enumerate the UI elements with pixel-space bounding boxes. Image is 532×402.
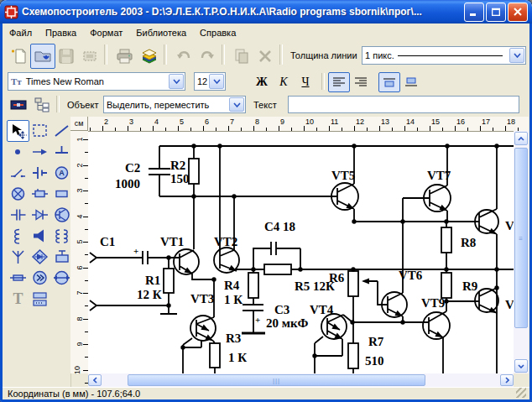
- tool-lamp[interactable]: [7, 183, 29, 205]
- line-width-dropdown-button[interactable]: [509, 48, 524, 63]
- tool-component-list[interactable]: [29, 288, 51, 310]
- copy-button[interactable]: [229, 44, 254, 69]
- tool-arrow[interactable]: [29, 141, 51, 163]
- resistor-icon: [53, 185, 70, 202]
- resistor-leads-icon: [31, 185, 49, 202]
- ruler-number: 1: [75, 137, 83, 141]
- font-family-dropdown-button[interactable]: [169, 74, 184, 89]
- tool-select-area[interactable]: [29, 120, 51, 142]
- tool-junction[interactable]: [7, 141, 29, 163]
- undo-button[interactable]: [171, 44, 196, 69]
- text-below-button[interactable]: [400, 72, 422, 92]
- help-book-button[interactable]: [137, 44, 162, 69]
- tool-diode-bridge[interactable]: [29, 246, 51, 268]
- tool-select-move[interactable]: [7, 120, 29, 142]
- text-input[interactable]: [288, 96, 519, 113]
- ruler-number: 5: [180, 117, 184, 126]
- component-label: R4: [224, 279, 240, 292]
- tool-battery[interactable]: [29, 162, 51, 184]
- ruler-number: 13: [381, 117, 389, 126]
- minimize-button[interactable]: [464, 3, 484, 22]
- scroll-left-button[interactable]: [88, 374, 102, 386]
- menu-item-2[interactable]: Правка: [39, 25, 83, 40]
- scroll-down-button[interactable]: [514, 359, 528, 373]
- tool-diode[interactable]: [29, 204, 51, 226]
- component-label: R8: [461, 236, 476, 249]
- tool-ammeter[interactable]: A: [50, 162, 73, 184]
- text-above-button[interactable]: [378, 72, 400, 92]
- bold-button[interactable]: Ж: [251, 72, 273, 92]
- font-size-select[interactable]: 12: [194, 72, 226, 91]
- delete-button[interactable]: [253, 44, 278, 69]
- font-size-dropdown-button[interactable]: [209, 74, 224, 89]
- tool-switch[interactable]: [7, 162, 29, 184]
- close-button[interactable]: [508, 3, 528, 22]
- button-editor-button[interactable]: [8, 95, 29, 115]
- ruler-number: 2: [104, 117, 108, 126]
- line-width-select[interactable]: 1 пикс.: [362, 46, 526, 65]
- object-mode-value: Выделить, переместить: [107, 100, 209, 110]
- italic-button[interactable]: К: [273, 72, 295, 92]
- ruler-number: 10: [305, 117, 314, 126]
- vertical-scroll-thumb[interactable]: ≡: [514, 148, 528, 328]
- align-right-button[interactable]: [350, 72, 372, 92]
- align-left-button[interactable]: [328, 72, 350, 92]
- new-file-icon: [11, 48, 28, 65]
- component-label: VT2: [214, 235, 237, 248]
- menu-item-4[interactable]: Библиотека: [129, 25, 193, 40]
- svg-text:A: A: [59, 169, 65, 177]
- tool-fuse[interactable]: [7, 267, 29, 289]
- tool-ground[interactable]: [50, 141, 73, 163]
- tool-line[interactable]: [50, 120, 73, 142]
- underline-button[interactable]: Ч: [295, 72, 316, 92]
- component-label: VT5: [331, 169, 355, 182]
- open-file-button[interactable]: [30, 44, 55, 69]
- horizontal-scrollbar[interactable]: |||: [88, 373, 514, 387]
- tool-transistor[interactable]: [50, 204, 73, 226]
- ruler-number: 14: [406, 117, 415, 126]
- tool-resistor[interactable]: [50, 183, 73, 205]
- tool-transformer[interactable]: [50, 225, 73, 247]
- new-file-button[interactable]: [7, 44, 32, 69]
- tool-connector-bidir[interactable]: [50, 267, 73, 289]
- tool-capacitor[interactable]: [7, 204, 29, 226]
- vertical-scrollbar[interactable]: ≡: [514, 131, 529, 373]
- tool-relay[interactable]: [50, 246, 73, 268]
- tool-text[interactable]: T: [7, 288, 29, 310]
- maximize-icon: [492, 8, 500, 16]
- diode-bridge-icon: [31, 248, 49, 265]
- object-mode-dropdown-button[interactable]: [229, 97, 244, 112]
- menu-item-1[interactable]: Файл: [3, 25, 39, 40]
- object-mode-select[interactable]: Выделить, переместить: [103, 96, 246, 113]
- redo-button[interactable]: [195, 44, 220, 69]
- maximize-button[interactable]: [486, 3, 506, 22]
- diode-icon: [31, 206, 49, 223]
- arrow-right-icon: [505, 377, 509, 384]
- scroll-right-button[interactable]: [500, 374, 514, 386]
- ground-icon: [53, 144, 70, 160]
- chevron-down-icon: [514, 53, 521, 58]
- tool-antenna[interactable]: [7, 246, 29, 268]
- text-below-icon: [404, 77, 418, 87]
- resize-grip[interactable]: [516, 388, 526, 398]
- component-label: 1000: [115, 177, 140, 191]
- tool-inductor[interactable]: [7, 225, 29, 247]
- tool-speaker[interactable]: [29, 225, 51, 247]
- scroll-up-button[interactable]: [514, 132, 528, 145]
- hierarchy-button[interactable]: [31, 95, 53, 115]
- component-label: R1: [145, 274, 160, 287]
- export-image-button[interactable]: [77, 44, 102, 69]
- ruler-number: 7: [230, 117, 234, 126]
- toolbar-separator: [164, 44, 167, 65]
- horizontal-scroll-thumb[interactable]: |||: [128, 374, 425, 386]
- schematic-canvas[interactable]: C21000R2150C1VT1VT2C4 18R5 12КR41 КR112 …: [88, 131, 514, 374]
- tool-connector-out[interactable]: [29, 267, 51, 289]
- toolbar-separator: [104, 44, 107, 65]
- menu-item-5[interactable]: Справка: [193, 25, 243, 40]
- print-button[interactable]: [112, 44, 137, 69]
- component-label: VT7: [427, 169, 451, 182]
- menu-item-3[interactable]: Формат: [83, 25, 129, 40]
- tool-resistor-leads[interactable]: [29, 183, 51, 205]
- save-button[interactable]: [54, 44, 79, 69]
- font-family-select[interactable]: Tт Times New Roman: [8, 72, 185, 91]
